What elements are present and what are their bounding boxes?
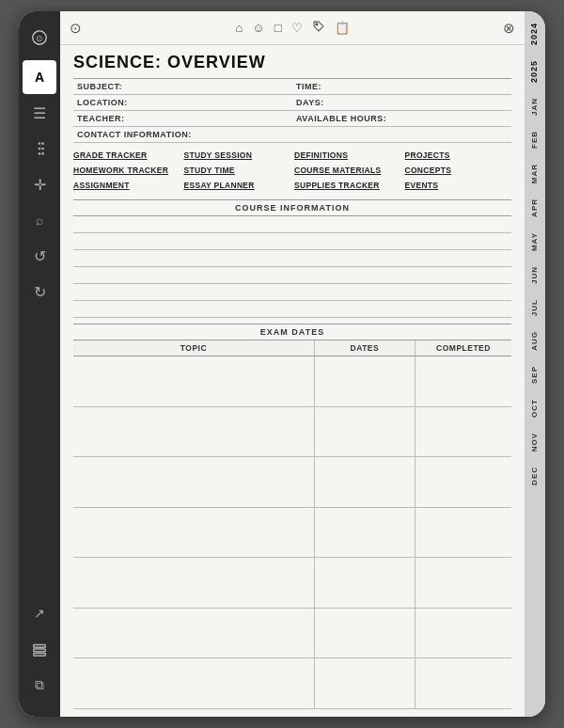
completed-cell	[415, 507, 511, 558]
location-label: LOCATION:	[73, 95, 292, 111]
exam-topic-header: TOPIC	[73, 340, 314, 356]
nav-concepts[interactable]: CONCEPTS	[405, 164, 512, 177]
nav-homework-tracker[interactable]: HOMEWORK TRACKER	[73, 164, 180, 177]
dates-cell	[314, 608, 415, 658]
nav-definitions[interactable]: DEFINITIONS	[294, 149, 401, 162]
completed-cell	[415, 558, 511, 609]
nav-course-materials[interactable]: COURSE MATERIALS	[294, 164, 401, 177]
topic-cell	[73, 356, 314, 407]
heart-icon[interactable]: ♡	[291, 21, 303, 35]
svg-point-2	[39, 142, 41, 145]
course-info-header: COURSE INFORMATION	[73, 199, 511, 216]
course-info-line-1	[73, 216, 511, 233]
tab-may[interactable]: MAY	[527, 225, 543, 259]
nav-essay-planner[interactable]: ESSAY PLANNER	[184, 179, 291, 192]
back-circle-icon[interactable]: ⊙	[70, 20, 82, 37]
bookmark-icon[interactable]: □	[274, 21, 282, 35]
table-row	[73, 558, 511, 609]
time-label: TIME:	[292, 79, 511, 95]
course-info-line-5	[73, 284, 511, 301]
search-icon[interactable]: ⌕	[23, 203, 56, 237]
tab-jul[interactable]: JUL	[527, 292, 543, 324]
export-icon[interactable]: ↗	[23, 596, 56, 630]
completed-cell	[415, 356, 511, 407]
nav-study-time[interactable]: STUDY TIME	[184, 164, 291, 177]
table-row	[73, 608, 511, 658]
dates-cell	[314, 558, 415, 609]
copy-icon[interactable]: ⧉	[23, 668, 56, 702]
available-hours-label: AVAILABLE HOURS:	[292, 111, 511, 127]
contact-label: CONTACT INFORMATION:	[73, 127, 511, 143]
exam-dates-header: EXAM DATES	[73, 324, 511, 340]
tab-nov[interactable]: NOV	[527, 425, 543, 459]
tag-icon[interactable]	[312, 20, 325, 36]
back-icon[interactable]: ⊙	[23, 21, 56, 55]
nav-events[interactable]: EVENTS	[405, 179, 512, 192]
nav-supplies-tracker[interactable]: SUPPLIES TRACKER	[294, 179, 401, 192]
tab-2025[interactable]: 2025	[526, 53, 543, 90]
tab-2024[interactable]: 2024	[526, 15, 543, 53]
exam-completed-header: COMPLETED	[415, 340, 511, 356]
table-row	[73, 658, 511, 709]
nav-assignment[interactable]: ASSIGNMENT	[73, 179, 180, 192]
completed-cell	[415, 608, 511, 658]
nav-grade-tracker[interactable]: GRADE TRACKER	[73, 149, 180, 162]
teacher-label: TEACHER:	[73, 111, 292, 127]
move-icon[interactable]: ✛	[23, 167, 56, 201]
right-tabs: 2024 2025 JAN FEB MAR APR MAY JUN JUL AU…	[525, 11, 545, 717]
clipboard-icon[interactable]: 📋	[335, 21, 350, 35]
page: SCIENCE: OVERVIEW SUBJECT: TIME: LOCATIO…	[60, 45, 525, 717]
tab-apr[interactable]: APR	[527, 191, 543, 225]
tab-dec[interactable]: DEC	[527, 459, 543, 493]
svg-rect-9	[34, 649, 46, 652]
tab-jun[interactable]: JUN	[527, 259, 543, 292]
tab-aug[interactable]: AUG	[527, 324, 543, 358]
top-bar: ⊙ ⌂ ☺ □ ♡ 📋 ⊗	[60, 11, 525, 45]
dates-cell	[314, 507, 415, 558]
svg-point-11	[315, 24, 317, 25]
subject-label: SUBJECT:	[73, 79, 292, 95]
course-info-line-3	[73, 250, 511, 267]
tab-mar[interactable]: MAR	[527, 156, 543, 191]
days-label: DAYS:	[292, 95, 511, 111]
tab-sep[interactable]: SEP	[527, 358, 543, 391]
topic-cell	[73, 608, 314, 658]
info-grid: SUBJECT: TIME: LOCATION: DAYS: TEACHER: …	[73, 78, 511, 143]
a-tool-icon[interactable]: A	[23, 60, 56, 94]
completed-cell	[415, 658, 511, 709]
timer-icon[interactable]: ☺	[252, 21, 264, 35]
layers-icon[interactable]	[23, 632, 56, 666]
course-info-line-6	[73, 301, 511, 318]
tab-jan[interactable]: JAN	[527, 90, 543, 123]
table-row	[73, 457, 511, 508]
exam-table: TOPIC DATES COMPLETED	[73, 340, 511, 709]
course-info-line-4	[73, 267, 511, 284]
exam-dates-header-col: DATES	[314, 340, 415, 356]
svg-point-6	[41, 148, 44, 150]
table-row	[73, 507, 511, 558]
dates-cell	[314, 406, 415, 457]
svg-point-5	[41, 142, 44, 145]
topic-cell	[73, 406, 314, 457]
nav-study-session[interactable]: STUDY SESSION	[184, 149, 291, 162]
menu-icon[interactable]: ☰	[23, 96, 56, 130]
close-icon[interactable]: ⊗	[503, 20, 515, 37]
topic-cell	[73, 658, 314, 709]
device: ⊙ A ☰ ✛ ⌕ ↺ ↻ ↗ ⧉ ⊙ ⌂ ☺ □ ♡	[19, 11, 545, 717]
left-toolbar: ⊙ A ☰ ✛ ⌕ ↺ ↻ ↗ ⧉	[19, 11, 60, 717]
main-content: ⊙ ⌂ ☺ □ ♡ 📋 ⊗ SCIENCE: OVERVIEW SUBJECT:…	[60, 11, 525, 717]
course-info-lines	[73, 216, 511, 318]
dots-icon[interactable]	[23, 132, 56, 166]
tab-oct[interactable]: OCT	[527, 391, 543, 425]
redo-icon[interactable]: ↻	[23, 275, 56, 309]
home-icon[interactable]: ⌂	[236, 21, 243, 35]
svg-text:⊙: ⊙	[36, 34, 43, 43]
topic-cell	[73, 457, 314, 508]
tab-feb[interactable]: FEB	[527, 123, 543, 156]
course-info-line-2	[73, 233, 511, 250]
nav-projects[interactable]: PROJECTS	[405, 149, 512, 162]
undo-icon[interactable]: ↺	[23, 239, 56, 273]
table-row	[73, 406, 511, 457]
topic-cell	[73, 507, 314, 558]
dates-cell	[314, 356, 415, 407]
